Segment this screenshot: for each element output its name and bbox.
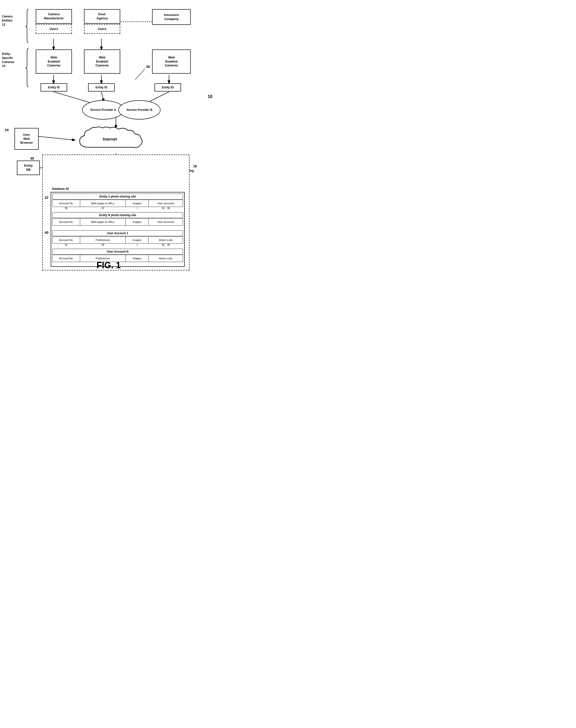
images-cell-3: Images bbox=[125, 236, 149, 243]
user-web-browser-box: User Web Browser bbox=[15, 128, 39, 150]
svg-line-11 bbox=[39, 136, 75, 140]
svg-line-6 bbox=[102, 92, 104, 102]
govt-agency-box: Govt. Agency bbox=[84, 9, 120, 24]
svg-line-5 bbox=[54, 92, 94, 104]
entity-specific-cameras-label: Entity- Specific Cameras 14 bbox=[2, 52, 14, 68]
num-28-label: 28 bbox=[146, 65, 150, 68]
entityN-site-header: Entity N photo-sharing site bbox=[52, 212, 183, 218]
internet-cloud: Internet bbox=[70, 125, 157, 155]
preferences-cell-1: Preferences bbox=[80, 236, 125, 243]
diagram-number: 10 bbox=[208, 94, 212, 99]
num-24-label: 24 bbox=[5, 128, 9, 132]
user-account-n-header: User Account N bbox=[52, 249, 183, 254]
web-cameras-3-box: Web Enabled Cameras bbox=[152, 50, 191, 74]
web-pages-urls-cell-1: Web pages & URLs bbox=[80, 200, 125, 207]
camera-manufacturer-box: Camera Manufacturer bbox=[36, 9, 72, 24]
entity-db-box: Entity DB bbox=[17, 161, 40, 175]
diagram: Camera Entities 12 Entity- Specific Came… bbox=[0, 0, 217, 273]
web-cameras-2-box: Web Enabled Cameras bbox=[84, 50, 120, 74]
web-cameras-1-box: Web Enabled Cameras bbox=[36, 50, 72, 74]
account-no-cell-1: Account No. bbox=[53, 200, 80, 207]
account-no-cell-3: Account No. bbox=[53, 236, 80, 243]
entity1-site-header: Entity 1 photo-sharing site bbox=[52, 194, 183, 199]
user-accounts-cell-1: User accounts bbox=[149, 200, 183, 207]
insurance-company-box: Insurance Company bbox=[152, 9, 191, 25]
service-provider-b-ellipse: Service Provider B bbox=[118, 100, 161, 119]
database-content-box: Entity 1 photo-sharing site Account No. … bbox=[51, 192, 185, 267]
entity-id-2-box: Entity ID bbox=[88, 83, 115, 91]
user-accounts-cell-2: User accounts bbox=[149, 219, 183, 225]
images-cell-2: Images bbox=[125, 219, 149, 225]
database-label: Database 20 bbox=[52, 187, 69, 191]
svg-text:Internet: Internet bbox=[103, 137, 117, 141]
account-no-cell-2: Account No. bbox=[53, 219, 80, 225]
entity-id-1-box: Entity ID bbox=[40, 83, 67, 91]
num-40-label: 40 bbox=[45, 231, 49, 234]
figure-label: FIG. 1 bbox=[0, 260, 217, 271]
user-account-1-header: User Account 1 bbox=[52, 230, 183, 236]
service-provider-a-ellipse: Service Provider A bbox=[82, 100, 124, 119]
svg-line-15 bbox=[135, 69, 145, 80]
images-cell-1: Images bbox=[125, 200, 149, 207]
num-22-label: 22 bbox=[45, 196, 49, 199]
users1-box: Users bbox=[36, 24, 72, 34]
entity-id-3-box: Entity ID bbox=[154, 83, 181, 91]
num-49-label: 49 bbox=[30, 157, 34, 160]
web-pages-urls-cell-2: Web pages & URLs bbox=[80, 219, 125, 225]
users2-box: Users bbox=[84, 24, 120, 34]
action-lists-cell-1: Action Lists bbox=[149, 236, 183, 243]
num-16-label: 16 bbox=[193, 164, 197, 168]
camera-entities-label: Camera Entities 12 bbox=[2, 15, 12, 27]
